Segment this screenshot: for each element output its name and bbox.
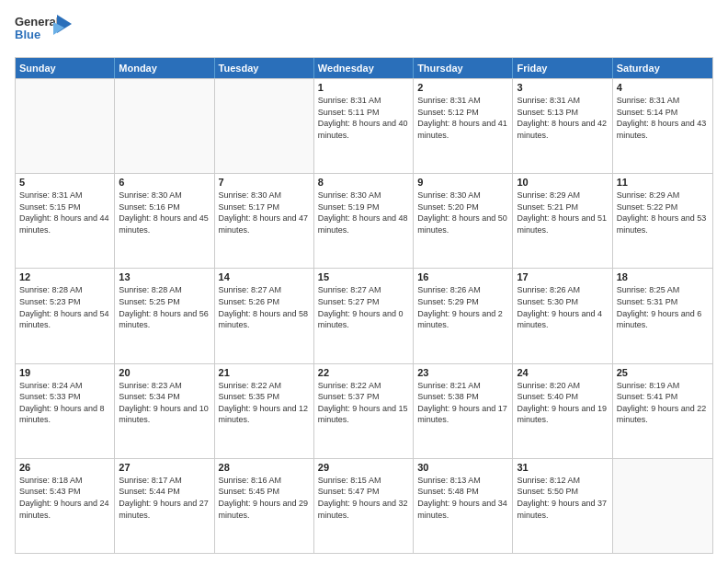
weekday-header: Friday: [513, 58, 612, 78]
cell-info: Sunrise: 8:30 AM Sunset: 5:16 PM Dayligh…: [119, 190, 210, 236]
day-number: 30: [417, 462, 508, 473]
calendar-cell: 3Sunrise: 8:31 AM Sunset: 5:13 PM Daylig…: [513, 79, 612, 173]
cell-info: Sunrise: 8:17 AM Sunset: 5:44 PM Dayligh…: [119, 475, 210, 521]
day-number: 20: [119, 367, 210, 378]
cell-info: Sunrise: 8:25 AM Sunset: 5:31 PM Dayligh…: [617, 284, 709, 330]
day-number: 28: [219, 462, 310, 473]
calendar-row: 5Sunrise: 8:31 AM Sunset: 5:15 PM Daylig…: [16, 173, 712, 268]
cell-info: Sunrise: 8:27 AM Sunset: 5:27 PM Dayligh…: [318, 284, 409, 330]
day-number: 18: [617, 271, 709, 282]
calendar-cell: [16, 79, 115, 173]
calendar-cell: 8Sunrise: 8:30 AM Sunset: 5:19 PM Daylig…: [314, 174, 414, 268]
cell-info: Sunrise: 8:22 AM Sunset: 5:37 PM Dayligh…: [318, 380, 409, 426]
cell-info: Sunrise: 8:31 AM Sunset: 5:11 PM Dayligh…: [318, 95, 409, 141]
calendar-cell: 31Sunrise: 8:12 AM Sunset: 5:50 PM Dayli…: [513, 459, 612, 553]
weekday-header: Wednesday: [314, 58, 414, 78]
day-number: 6: [119, 177, 210, 188]
cell-info: Sunrise: 8:20 AM Sunset: 5:40 PM Dayligh…: [517, 380, 608, 426]
calendar-cell: 19Sunrise: 8:24 AM Sunset: 5:33 PM Dayli…: [16, 364, 115, 458]
cell-info: Sunrise: 8:27 AM Sunset: 5:26 PM Dayligh…: [219, 284, 310, 330]
day-number: 19: [19, 367, 110, 378]
cell-info: Sunrise: 8:21 AM Sunset: 5:38 PM Dayligh…: [417, 380, 508, 426]
calendar-cell: 2Sunrise: 8:31 AM Sunset: 5:12 PM Daylig…: [414, 79, 513, 173]
day-number: 22: [318, 367, 409, 378]
cell-info: Sunrise: 8:31 AM Sunset: 5:14 PM Dayligh…: [617, 95, 709, 141]
weekday-header: Tuesday: [215, 58, 314, 78]
cell-info: Sunrise: 8:29 AM Sunset: 5:21 PM Dayligh…: [517, 190, 608, 236]
cell-info: Sunrise: 8:29 AM Sunset: 5:22 PM Dayligh…: [617, 190, 709, 236]
calendar-cell: 24Sunrise: 8:20 AM Sunset: 5:40 PM Dayli…: [513, 364, 612, 458]
cell-info: Sunrise: 8:31 AM Sunset: 5:15 PM Dayligh…: [19, 190, 110, 236]
calendar-cell: 13Sunrise: 8:28 AM Sunset: 5:25 PM Dayli…: [115, 269, 214, 362]
weekday-header: Sunday: [16, 58, 115, 78]
cell-info: Sunrise: 8:26 AM Sunset: 5:30 PM Dayligh…: [517, 284, 608, 330]
calendar-cell: 5Sunrise: 8:31 AM Sunset: 5:15 PM Daylig…: [16, 174, 115, 268]
calendar-cell: [613, 459, 712, 553]
calendar-cell: 30Sunrise: 8:13 AM Sunset: 5:48 PM Dayli…: [414, 459, 513, 553]
day-number: 16: [417, 271, 508, 282]
calendar-cell: 6Sunrise: 8:30 AM Sunset: 5:16 PM Daylig…: [115, 174, 214, 268]
day-number: 7: [219, 177, 310, 188]
calendar-cell: 9Sunrise: 8:30 AM Sunset: 5:20 PM Daylig…: [414, 174, 513, 268]
day-number: 24: [517, 367, 608, 378]
cell-info: Sunrise: 8:22 AM Sunset: 5:35 PM Dayligh…: [219, 380, 310, 426]
calendar-cell: 18Sunrise: 8:25 AM Sunset: 5:31 PM Dayli…: [613, 269, 712, 362]
calendar-cell: 7Sunrise: 8:30 AM Sunset: 5:17 PM Daylig…: [215, 174, 314, 268]
logo: General Blue: [15, 15, 55, 48]
calendar-cell: 1Sunrise: 8:31 AM Sunset: 5:11 PM Daylig…: [314, 79, 414, 173]
calendar-cell: 10Sunrise: 8:29 AM Sunset: 5:21 PM Dayli…: [513, 174, 612, 268]
calendar-row: 19Sunrise: 8:24 AM Sunset: 5:33 PM Dayli…: [16, 363, 712, 458]
day-number: 1: [318, 82, 409, 93]
logo-icon: [53, 15, 72, 40]
day-number: 9: [417, 177, 508, 188]
calendar-cell: 29Sunrise: 8:15 AM Sunset: 5:47 PM Dayli…: [314, 459, 414, 553]
calendar-cell: 17Sunrise: 8:26 AM Sunset: 5:30 PM Dayli…: [513, 269, 612, 362]
calendar: SundayMondayTuesdayWednesdayThursdayFrid…: [15, 57, 713, 554]
day-number: 4: [617, 82, 709, 93]
day-number: 25: [617, 367, 709, 378]
page-header: General Blue: [15, 15, 713, 48]
calendar-cell: 21Sunrise: 8:22 AM Sunset: 5:35 PM Dayli…: [215, 364, 314, 458]
calendar-cell: 14Sunrise: 8:27 AM Sunset: 5:26 PM Dayli…: [215, 269, 314, 362]
calendar-row: 1Sunrise: 8:31 AM Sunset: 5:11 PM Daylig…: [16, 78, 712, 173]
calendar-cell: 11Sunrise: 8:29 AM Sunset: 5:22 PM Dayli…: [613, 174, 712, 268]
day-number: 5: [19, 177, 110, 188]
calendar-cell: 15Sunrise: 8:27 AM Sunset: 5:27 PM Dayli…: [314, 269, 414, 362]
day-number: 27: [119, 462, 210, 473]
calendar-cell: 28Sunrise: 8:16 AM Sunset: 5:45 PM Dayli…: [215, 459, 314, 553]
calendar-cell: 4Sunrise: 8:31 AM Sunset: 5:14 PM Daylig…: [613, 79, 712, 173]
day-number: 8: [318, 177, 409, 188]
cell-info: Sunrise: 8:24 AM Sunset: 5:33 PM Dayligh…: [19, 380, 110, 426]
logo-blue: Blue: [15, 28, 40, 41]
day-number: 26: [19, 462, 110, 473]
calendar-cell: [215, 79, 314, 173]
cell-info: Sunrise: 8:28 AM Sunset: 5:25 PM Dayligh…: [119, 284, 210, 330]
calendar-cell: 16Sunrise: 8:26 AM Sunset: 5:29 PM Dayli…: [414, 269, 513, 362]
day-number: 13: [119, 271, 210, 282]
cell-info: Sunrise: 8:30 AM Sunset: 5:19 PM Dayligh…: [318, 190, 409, 236]
cell-info: Sunrise: 8:31 AM Sunset: 5:13 PM Dayligh…: [517, 95, 608, 141]
calendar-cell: [115, 79, 214, 173]
day-number: 11: [617, 177, 709, 188]
cell-info: Sunrise: 8:26 AM Sunset: 5:29 PM Dayligh…: [417, 284, 508, 330]
calendar-header: SundayMondayTuesdayWednesdayThursdayFrid…: [16, 58, 712, 78]
cell-info: Sunrise: 8:31 AM Sunset: 5:12 PM Dayligh…: [417, 95, 508, 141]
calendar-cell: 25Sunrise: 8:19 AM Sunset: 5:41 PM Dayli…: [613, 364, 712, 458]
cell-info: Sunrise: 8:12 AM Sunset: 5:50 PM Dayligh…: [517, 475, 608, 521]
calendar-cell: 26Sunrise: 8:18 AM Sunset: 5:43 PM Dayli…: [16, 459, 115, 553]
day-number: 2: [417, 82, 508, 93]
day-number: 3: [517, 82, 608, 93]
cell-info: Sunrise: 8:23 AM Sunset: 5:34 PM Dayligh…: [119, 380, 210, 426]
calendar-cell: 23Sunrise: 8:21 AM Sunset: 5:38 PM Dayli…: [414, 364, 513, 458]
day-number: 31: [517, 462, 608, 473]
cell-info: Sunrise: 8:16 AM Sunset: 5:45 PM Dayligh…: [219, 475, 310, 521]
day-number: 15: [318, 271, 409, 282]
weekday-header: Saturday: [613, 58, 712, 78]
cell-info: Sunrise: 8:15 AM Sunset: 5:47 PM Dayligh…: [318, 475, 409, 521]
weekday-header: Thursday: [414, 58, 513, 78]
day-number: 10: [517, 177, 608, 188]
calendar-row: 12Sunrise: 8:28 AM Sunset: 5:23 PM Dayli…: [16, 268, 712, 362]
cell-info: Sunrise: 8:19 AM Sunset: 5:41 PM Dayligh…: [617, 380, 709, 426]
cell-info: Sunrise: 8:13 AM Sunset: 5:48 PM Dayligh…: [417, 475, 508, 521]
calendar-row: 26Sunrise: 8:18 AM Sunset: 5:43 PM Dayli…: [16, 458, 712, 553]
